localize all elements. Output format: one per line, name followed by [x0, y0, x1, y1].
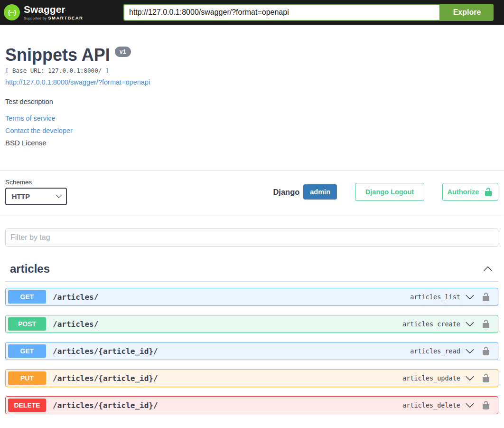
spec-url-link[interactable]: http://127.0.0.1:8000/swagger/?format=op…	[5, 78, 150, 86]
chevron-down-icon[interactable]	[465, 319, 475, 329]
unlock-icon	[484, 187, 493, 197]
django-logout-button[interactable]: Django Logout	[355, 183, 424, 201]
lock-icon[interactable]	[481, 346, 491, 356]
filter-section	[5, 215, 498, 247]
operation-row-articles-read[interactable]: GET /articles/{article_id}/ articles_rea…	[5, 342, 498, 360]
tag-title: articles	[10, 262, 50, 276]
method-badge: GET	[8, 344, 46, 358]
endpoint-path: /articles/{article_id}/	[53, 401, 158, 410]
schemes-label: Schemes	[5, 179, 67, 186]
articles-section: articles GET /articles/ articles_list	[5, 259, 498, 414]
swagger-logo-icon: {···}	[4, 4, 20, 20]
base-url-text: [ Base URL: 127.0.0.1:8000/ ]	[5, 67, 498, 74]
lock-icon[interactable]	[481, 292, 491, 302]
spec-url-input[interactable]	[123, 4, 440, 21]
authorize-button[interactable]: Authorize	[442, 183, 498, 201]
scheme-select[interactable]: HTTP	[5, 188, 67, 205]
operation-id: articles_delete	[402, 401, 460, 409]
api-info-section: Snippets API v1 [ Base URL: 127.0.0.1:80…	[5, 25, 498, 170]
smartbear-byline: Supported bySMARTBEAR	[24, 15, 83, 20]
filter-by-tag-input[interactable]	[5, 228, 498, 247]
operation-id: articles_list	[410, 293, 460, 301]
endpoint-path: /articles/{article_id}/	[53, 374, 158, 383]
operation-row-articles-create[interactable]: POST /articles/ articles_create	[5, 315, 498, 333]
operation-row-articles-list[interactable]: GET /articles/ articles_list	[5, 288, 498, 306]
lock-icon[interactable]	[481, 373, 491, 383]
method-badge: POST	[8, 317, 46, 331]
page-title: Snippets API	[5, 46, 110, 65]
chevron-down-icon[interactable]	[465, 400, 475, 410]
operations-list: GET /articles/ articles_list POST /artic…	[5, 282, 498, 414]
license-link[interactable]: BSD License	[5, 137, 498, 149]
scheme-auth-section: Schemes HTTP Django admin Django Logout …	[0, 170, 504, 215]
download-url-form: Explore	[123, 4, 494, 21]
chevron-down-icon[interactable]	[465, 373, 475, 383]
endpoint-path: /articles/	[53, 320, 98, 329]
swagger-logo: {···} Swagger. Supported bySMARTBEAR	[4, 4, 123, 20]
collapse-section-button[interactable]	[482, 263, 494, 275]
lock-icon[interactable]	[481, 400, 491, 410]
chevron-down-icon[interactable]	[465, 292, 475, 302]
topbar: {···} Swagger. Supported bySMARTBEAR Exp…	[0, 0, 504, 25]
swagger-wordmark: Swagger.	[24, 4, 83, 14]
contact-developer-link[interactable]: Contact the developer	[5, 124, 498, 137]
chevron-up-icon	[483, 264, 493, 274]
operation-id: articles_update	[402, 374, 460, 382]
lock-icon[interactable]	[481, 319, 491, 329]
endpoint-path: /articles/{article_id}/	[53, 347, 158, 356]
authorize-label: Authorize	[448, 188, 479, 196]
version-badge: v1	[115, 47, 131, 57]
method-badge: DELETE	[8, 399, 46, 412]
auth-wrapper: Django admin Django Logout Authorize	[273, 183, 498, 201]
chevron-down-icon[interactable]	[465, 346, 475, 356]
operation-id: articles_read	[410, 347, 460, 355]
method-badge: PUT	[8, 371, 46, 385]
explore-button[interactable]: Explore	[440, 4, 494, 21]
trademark-mark: .	[65, 7, 66, 11]
tag-header-articles[interactable]: articles	[5, 259, 498, 282]
api-description: Test description	[5, 98, 498, 105]
operation-id: articles_create	[402, 320, 460, 328]
django-label: Django	[273, 188, 299, 197]
endpoint-path: /articles/	[53, 293, 98, 302]
admin-user-badge: admin	[303, 184, 337, 200]
operation-row-articles-update[interactable]: PUT /articles/{article_id}/ articles_upd…	[5, 369, 498, 387]
method-badge: GET	[8, 290, 46, 304]
terms-of-service-link[interactable]: Terms of service	[5, 112, 498, 124]
operation-row-articles-delete[interactable]: DELETE /articles/{article_id}/ articles_…	[5, 396, 498, 414]
